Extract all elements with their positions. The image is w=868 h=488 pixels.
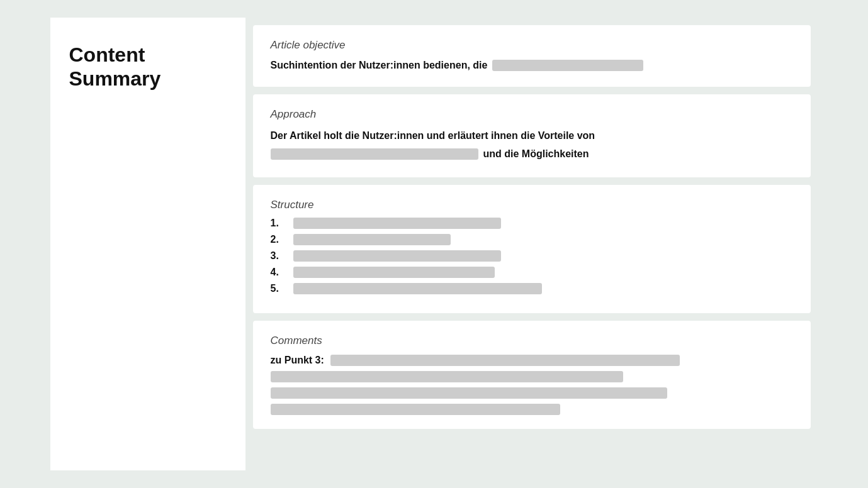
comments-card: Comments zu Punkt 3:: [253, 321, 811, 429]
structure-item-3: 3.: [271, 250, 793, 262]
main-container: Content Summary Article objective Suchin…: [50, 18, 818, 470]
page-title: Content Summary: [69, 43, 227, 91]
structure-bar-4: [293, 267, 495, 278]
structure-card: Structure 1. 2. 3. 4.: [253, 185, 811, 313]
comment-line-redacted-1: [330, 355, 680, 366]
approach-text: Der Artikel holt die Nutzer:innen und er…: [271, 127, 793, 164]
approach-line-2: und die Möglichkeiten: [271, 145, 793, 164]
approach-card: Approach Der Artikel holt die Nutzer:inn…: [253, 94, 811, 177]
article-objective-visible-text: Suchintention der Nutzer:innen bedienen,…: [271, 58, 488, 73]
structure-bar-1: [293, 218, 501, 229]
structure-num-2: 2.: [271, 234, 286, 245]
article-objective-text: Suchintention der Nutzer:innen bedienen,…: [271, 58, 793, 73]
comment-line-4: [271, 404, 560, 415]
right-panel: Article objective Suchintention der Nutz…: [245, 18, 818, 470]
approach-line-1: Der Artikel holt die Nutzer:innen und er…: [271, 127, 793, 145]
structure-item-5: 5.: [271, 283, 793, 294]
comments-label: Comments: [271, 335, 793, 347]
structure-bar-5: [293, 283, 542, 294]
approach-label: Approach: [271, 108, 793, 121]
article-objective-redacted: [492, 60, 643, 71]
approach-line2-text: und die Möglichkeiten: [483, 145, 589, 164]
structure-item-2: 2.: [271, 234, 793, 245]
article-objective-card: Article objective Suchintention der Nutz…: [253, 25, 811, 87]
comment-line-3: [271, 387, 667, 399]
structure-bar-3: [293, 250, 501, 262]
comment-block: zu Punkt 3:: [271, 355, 793, 415]
comment-prefix: zu Punkt 3:: [271, 355, 324, 366]
structure-item-1: 1.: [271, 218, 793, 229]
structure-label: Structure: [271, 199, 793, 211]
structure-num-1: 1.: [271, 218, 286, 229]
structure-list: 1. 2. 3. 4. 5.: [271, 218, 793, 294]
article-objective-label: Article objective: [271, 39, 793, 52]
structure-bar-2: [293, 234, 451, 245]
comment-line-2: [271, 371, 623, 382]
left-panel: Content Summary: [50, 18, 245, 470]
structure-num-4: 4.: [271, 267, 286, 278]
structure-num-3: 3.: [271, 250, 286, 262]
structure-num-5: 5.: [271, 283, 286, 294]
comment-first-line: zu Punkt 3:: [271, 355, 793, 366]
structure-item-4: 4.: [271, 267, 793, 278]
approach-line1-text: Der Artikel holt die Nutzer:innen und er…: [271, 127, 595, 145]
approach-redacted: [271, 148, 478, 160]
